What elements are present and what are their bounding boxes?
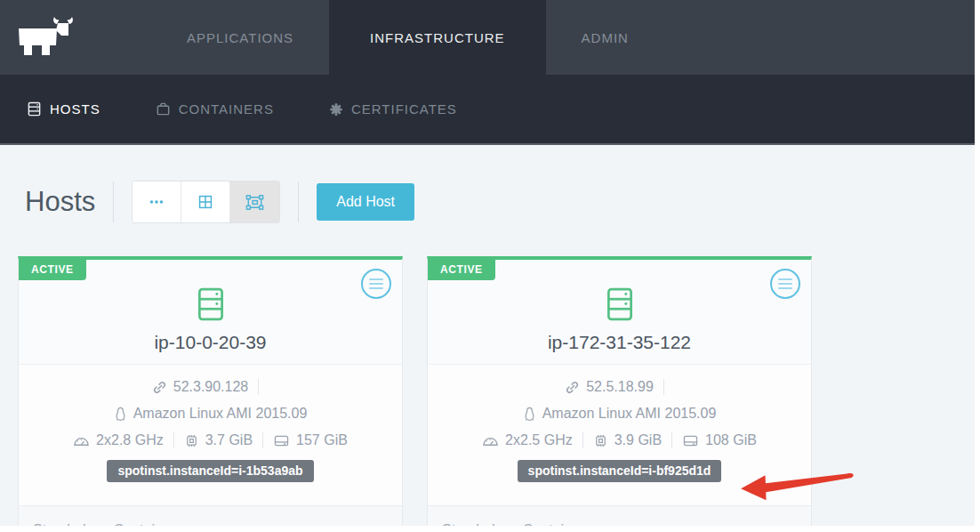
subnav-hosts[interactable]: HOSTS [27, 101, 100, 117]
host-disk: 108 GiB [705, 432, 757, 448]
memory-icon [184, 433, 199, 448]
rancher-logo[interactable] [16, 0, 82, 75]
certificates-icon [329, 102, 343, 117]
main-nav: APPLICATIONS INFRASTRUCTURE ADMIN [151, 0, 664, 75]
host-os-row: Amazon Linux AMI 2015.09 [19, 400, 402, 427]
host-os: Amazon Linux AMI 2015.09 [133, 406, 308, 422]
host-cpu: 2x2.8 GHz [96, 432, 164, 448]
host-specs-row: 2x2.5 GHz 3.9 GiB [428, 427, 811, 454]
host-cards: ACTIVE ip-10-0-20-39 [18, 256, 957, 526]
row-divider [663, 379, 664, 395]
page-title: Hosts [25, 186, 95, 218]
host-card-details: 52.3.90.128 Amazon Linux AMI 2015.09 [19, 365, 402, 505]
host-memory: 3.9 GiB [615, 432, 662, 448]
disk-icon [682, 434, 699, 447]
hosts-icon [27, 101, 42, 117]
host-card-footer: Stand-alone Containers [428, 505, 811, 526]
host-name[interactable]: ip-10-0-20-39 [19, 332, 402, 353]
host-server-icon [603, 286, 637, 322]
linux-icon [114, 407, 127, 422]
status-badge: ACTIVE [428, 260, 495, 280]
host-cpu: 2x2.5 GHz [505, 432, 573, 448]
host-card-1[interactable]: ACTIVE ip-10-0-20-39 [18, 256, 403, 526]
host-disk: 157 GiB [296, 432, 348, 448]
row-divider [173, 432, 174, 448]
standalone-containers-label: Stand-alone Containers [442, 522, 591, 526]
host-os: Amazon Linux AMI 2015.09 [542, 406, 717, 422]
row-divider [258, 379, 259, 395]
subnav-certificates[interactable]: CERTIFICATES [329, 101, 457, 117]
machine-view-button[interactable] [230, 181, 279, 222]
rancher-app: APPLICATIONS INFRASTRUCTURE ADMIN HOSTS … [0, 0, 975, 526]
host-os-row: Amazon Linux AMI 2015.09 [428, 400, 811, 427]
grid-view-button[interactable] [181, 181, 230, 222]
host-name[interactable]: ip-172-31-35-122 [428, 332, 811, 353]
host-ip-row: 52.3.90.128 [19, 374, 402, 400]
host-specs-row: 2x2.8 GHz 3.7 GiB [19, 427, 402, 454]
ellipsis-icon [147, 192, 166, 212]
machine-view-icon [245, 192, 265, 213]
cpu-gauge-icon [482, 434, 499, 447]
host-tag: spotinst.instanceId=i-bf925d1d [518, 460, 722, 482]
host-memory: 3.7 GiB [205, 432, 253, 448]
host-tag: spotinst.instanceId=i-1b53a9ab [107, 460, 313, 482]
containers-icon [156, 101, 171, 117]
nav-infrastructure[interactable]: INFRASTRUCTURE [329, 0, 546, 75]
host-menu-button[interactable] [361, 269, 391, 299]
subnav-certificates-label: CERTIFICATES [351, 101, 457, 117]
page-header: Hosts [18, 181, 957, 223]
row-divider [671, 432, 672, 448]
subnav-hosts-label: HOSTS [50, 101, 100, 117]
top-navbar: APPLICATIONS INFRASTRUCTURE ADMIN [0, 0, 975, 75]
standalone-containers-label: Stand-alone Containers [33, 522, 182, 526]
nav-admin[interactable]: ADMIN [546, 0, 664, 75]
infrastructure-subnav: HOSTS CONTAINERS CERTIFICATES [0, 75, 975, 145]
link-icon [565, 380, 580, 395]
add-host-button[interactable]: Add Host [317, 183, 414, 221]
host-tag-row: spotinst.instanceId=i-1b53a9ab [19, 454, 402, 482]
view-toggle-group [132, 181, 280, 223]
row-divider [582, 432, 583, 448]
header-divider [113, 181, 114, 222]
header-divider [298, 181, 299, 222]
cow-logo-icon [16, 17, 80, 58]
host-ip: 52.5.18.99 [586, 379, 654, 395]
host-card-details: 52.5.18.99 Amazon Linux AMI 2015.09 [428, 365, 811, 505]
status-badge: ACTIVE [19, 260, 86, 280]
list-view-button[interactable] [133, 181, 181, 222]
host-card-2[interactable]: ACTIVE ip-172-31-35-122 [427, 256, 812, 526]
row-divider [262, 432, 263, 448]
subnav-containers-label: CONTAINERS [179, 101, 274, 117]
memory-icon [593, 433, 608, 448]
nav-applications[interactable]: APPLICATIONS [151, 0, 329, 75]
host-card-footer: Stand-alone Containers [19, 505, 402, 526]
grid-icon [196, 192, 215, 212]
host-ip: 52.3.90.128 [173, 379, 249, 395]
disk-icon [273, 434, 290, 447]
linux-icon [523, 407, 536, 422]
hosts-page: Hosts [0, 181, 975, 526]
host-ip-row: 52.5.18.99 [428, 374, 811, 400]
host-tag-row: spotinst.instanceId=i-bf925d1d [428, 454, 811, 482]
cpu-gauge-icon [73, 434, 90, 447]
host-server-icon [194, 286, 228, 322]
subnav-containers[interactable]: CONTAINERS [156, 101, 274, 117]
host-menu-button[interactable] [770, 269, 800, 299]
link-icon [152, 380, 167, 395]
